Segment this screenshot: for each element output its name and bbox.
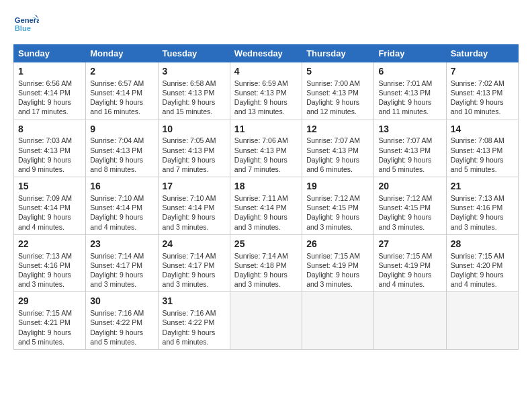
day-number: 23 <box>90 238 153 250</box>
day-cell-16: 16Sunrise: 7:10 AMSunset: 4:14 PMDayligh… <box>86 177 158 235</box>
day-number: 20 <box>378 180 441 193</box>
day-info: Sunrise: 7:15 AMSunset: 4:19 PMDaylight:… <box>378 252 432 289</box>
day-cell-27: 27Sunrise: 7:15 AMSunset: 4:19 PMDayligh… <box>374 234 446 292</box>
day-info: Sunrise: 7:13 AMSunset: 4:16 PMDaylight:… <box>451 194 504 231</box>
svg-text:Blue: Blue <box>15 24 31 32</box>
day-number: 5 <box>306 65 369 78</box>
day-number: 27 <box>378 238 441 250</box>
week-row-2: 8Sunrise: 7:03 AMSunset: 4:13 PMDaylight… <box>14 120 519 177</box>
day-info: Sunrise: 7:01 AMSunset: 4:13 PMDaylight:… <box>378 79 432 116</box>
day-cell-14: 14Sunrise: 7:08 AMSunset: 4:13 PMDayligh… <box>446 120 518 177</box>
day-info: Sunrise: 7:11 AMSunset: 4:14 PMDaylight:… <box>234 194 288 231</box>
day-info: Sunrise: 7:12 AMSunset: 4:15 PMDaylight:… <box>378 194 432 231</box>
day-cell-15: 15Sunrise: 7:09 AMSunset: 4:14 PMDayligh… <box>14 177 86 235</box>
page: General Blue SundayMondayTuesdayWednesda… <box>0 0 532 358</box>
day-info: Sunrise: 7:02 AMSunset: 4:13 PMDaylight:… <box>451 79 504 116</box>
empty-cell <box>374 292 446 350</box>
weekday-wednesday: Wednesday <box>230 45 302 62</box>
day-number: 25 <box>234 238 298 250</box>
day-number: 19 <box>306 180 369 193</box>
day-info: Sunrise: 7:09 AMSunset: 4:14 PMDaylight:… <box>18 194 72 231</box>
day-number: 22 <box>18 238 81 250</box>
empty-cell <box>302 292 374 350</box>
weekday-monday: Monday <box>86 45 158 62</box>
logo-icon: General Blue <box>13 12 39 38</box>
weekday-sunday: Sunday <box>14 45 86 62</box>
day-info: Sunrise: 6:56 AMSunset: 4:14 PMDaylight:… <box>18 79 72 116</box>
logo: General Blue <box>13 12 39 38</box>
day-cell-28: 28Sunrise: 7:15 AMSunset: 4:20 PMDayligh… <box>446 234 518 292</box>
day-number: 24 <box>163 238 226 250</box>
day-number: 12 <box>306 123 369 136</box>
day-cell-9: 9Sunrise: 7:04 AMSunset: 4:13 PMDaylight… <box>86 120 158 177</box>
day-cell-13: 13Sunrise: 7:07 AMSunset: 4:13 PMDayligh… <box>374 120 446 177</box>
week-row-3: 15Sunrise: 7:09 AMSunset: 4:14 PMDayligh… <box>14 177 519 235</box>
day-cell-12: 12Sunrise: 7:07 AMSunset: 4:13 PMDayligh… <box>302 120 374 177</box>
day-info: Sunrise: 7:16 AMSunset: 4:22 PMDaylight:… <box>163 309 216 346</box>
day-number: 15 <box>18 180 81 193</box>
day-info: Sunrise: 7:03 AMSunset: 4:13 PMDaylight:… <box>18 136 72 173</box>
day-cell-30: 30Sunrise: 7:16 AMSunset: 4:22 PMDayligh… <box>86 292 158 350</box>
day-number: 9 <box>90 123 153 136</box>
day-number: 10 <box>163 123 226 136</box>
day-cell-6: 6Sunrise: 7:01 AMSunset: 4:13 PMDaylight… <box>374 62 446 120</box>
day-info: Sunrise: 7:16 AMSunset: 4:22 PMDaylight:… <box>90 309 144 346</box>
day-info: Sunrise: 7:08 AMSunset: 4:13 PMDaylight:… <box>451 136 504 173</box>
day-cell-18: 18Sunrise: 7:11 AMSunset: 4:14 PMDayligh… <box>230 177 302 235</box>
day-number: 17 <box>163 180 226 193</box>
day-cell-24: 24Sunrise: 7:14 AMSunset: 4:17 PMDayligh… <box>158 234 230 292</box>
day-cell-25: 25Sunrise: 7:14 AMSunset: 4:18 PMDayligh… <box>230 234 302 292</box>
week-row-4: 22Sunrise: 7:13 AMSunset: 4:16 PMDayligh… <box>14 234 519 292</box>
day-cell-2: 2Sunrise: 6:57 AMSunset: 4:14 PMDaylight… <box>86 62 158 120</box>
day-info: Sunrise: 7:04 AMSunset: 4:13 PMDaylight:… <box>90 136 144 173</box>
day-info: Sunrise: 7:15 AMSunset: 4:21 PMDaylight:… <box>18 309 72 346</box>
day-info: Sunrise: 7:14 AMSunset: 4:17 PMDaylight:… <box>163 252 216 289</box>
day-number: 31 <box>163 295 226 308</box>
day-number: 16 <box>90 180 153 193</box>
day-info: Sunrise: 7:07 AMSunset: 4:13 PMDaylight:… <box>378 136 432 173</box>
day-cell-22: 22Sunrise: 7:13 AMSunset: 4:16 PMDayligh… <box>14 234 86 292</box>
empty-cell <box>230 292 302 350</box>
day-cell-20: 20Sunrise: 7:12 AMSunset: 4:15 PMDayligh… <box>374 177 446 235</box>
day-cell-23: 23Sunrise: 7:14 AMSunset: 4:17 PMDayligh… <box>86 234 158 292</box>
day-cell-5: 5Sunrise: 7:00 AMSunset: 4:13 PMDaylight… <box>302 62 374 120</box>
day-cell-29: 29Sunrise: 7:15 AMSunset: 4:21 PMDayligh… <box>14 292 86 350</box>
day-number: 1 <box>18 65 81 78</box>
day-info: Sunrise: 7:10 AMSunset: 4:14 PMDaylight:… <box>163 194 216 231</box>
day-info: Sunrise: 7:06 AMSunset: 4:13 PMDaylight:… <box>234 136 288 173</box>
day-info: Sunrise: 7:05 AMSunset: 4:13 PMDaylight:… <box>163 136 216 173</box>
weekday-thursday: Thursday <box>302 45 374 62</box>
day-info: Sunrise: 7:13 AMSunset: 4:16 PMDaylight:… <box>18 252 72 289</box>
day-number: 14 <box>451 123 514 136</box>
day-cell-19: 19Sunrise: 7:12 AMSunset: 4:15 PMDayligh… <box>302 177 374 235</box>
day-cell-8: 8Sunrise: 7:03 AMSunset: 4:13 PMDaylight… <box>14 120 86 177</box>
day-info: Sunrise: 7:14 AMSunset: 4:17 PMDaylight:… <box>90 252 144 289</box>
day-info: Sunrise: 6:59 AMSunset: 4:13 PMDaylight:… <box>234 79 288 116</box>
day-info: Sunrise: 7:10 AMSunset: 4:14 PMDaylight:… <box>90 194 144 231</box>
day-cell-7: 7Sunrise: 7:02 AMSunset: 4:13 PMDaylight… <box>446 62 518 120</box>
day-cell-31: 31Sunrise: 7:16 AMSunset: 4:22 PMDayligh… <box>158 292 230 350</box>
header: General Blue <box>13 12 519 38</box>
day-number: 18 <box>234 180 298 193</box>
week-row-1: 1Sunrise: 6:56 AMSunset: 4:14 PMDaylight… <box>14 62 519 120</box>
day-number: 11 <box>234 123 298 136</box>
day-number: 8 <box>18 123 81 136</box>
day-info: Sunrise: 7:12 AMSunset: 4:15 PMDaylight:… <box>306 194 360 231</box>
day-number: 28 <box>451 238 514 250</box>
day-cell-10: 10Sunrise: 7:05 AMSunset: 4:13 PMDayligh… <box>158 120 230 177</box>
day-info: Sunrise: 6:58 AMSunset: 4:13 PMDaylight:… <box>163 79 216 116</box>
day-number: 26 <box>306 238 369 250</box>
day-number: 2 <box>90 65 153 78</box>
day-info: Sunrise: 7:00 AMSunset: 4:13 PMDaylight:… <box>306 79 360 116</box>
calendar-table: SundayMondayTuesdayWednesdayThursdayFrid… <box>13 44 519 350</box>
day-number: 29 <box>18 295 81 308</box>
day-cell-11: 11Sunrise: 7:06 AMSunset: 4:13 PMDayligh… <box>230 120 302 177</box>
day-number: 7 <box>451 65 514 78</box>
day-info: Sunrise: 7:14 AMSunset: 4:18 PMDaylight:… <box>234 252 288 289</box>
weekday-saturday: Saturday <box>446 45 518 62</box>
day-cell-17: 17Sunrise: 7:10 AMSunset: 4:14 PMDayligh… <box>158 177 230 235</box>
day-info: Sunrise: 6:57 AMSunset: 4:14 PMDaylight:… <box>90 79 144 116</box>
weekday-header-row: SundayMondayTuesdayWednesdayThursdayFrid… <box>14 45 519 62</box>
empty-cell <box>446 292 518 350</box>
weekday-tuesday: Tuesday <box>158 45 230 62</box>
